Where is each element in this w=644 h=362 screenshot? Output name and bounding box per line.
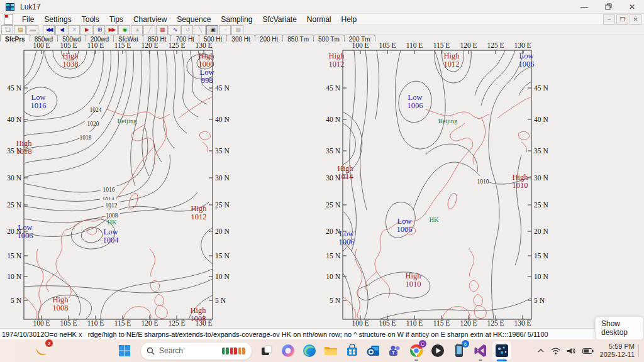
search-placeholder: Search (159, 346, 222, 355)
menu-tools[interactable]: Tools (77, 14, 104, 25)
copilot-icon[interactable] (279, 341, 297, 360)
active-window-indicator (497, 359, 507, 361)
low-label: Low998 (200, 68, 214, 85)
contour-label: 1024 (90, 107, 102, 113)
store-icon[interactable] (343, 341, 362, 360)
menu-sfcvariate[interactable]: SfcVariate (257, 14, 301, 25)
svg-text:105 E: 105 E (379, 319, 396, 327)
menu-sampling[interactable]: Sampling (216, 14, 257, 25)
svg-text:120 E: 120 E (141, 41, 158, 49)
prev-chart-button[interactable]: ◀ (55, 25, 67, 35)
battery-icon[interactable] (582, 348, 594, 354)
curve-button[interactable]: ∿ (169, 25, 180, 35)
draw-button[interactable]: ╱ (143, 25, 155, 35)
svg-text:15 N: 15 N (326, 252, 340, 260)
stop-button[interactable]: ✕ (68, 25, 80, 35)
svg-text:105 E: 105 E (60, 319, 77, 327)
svg-text:35 N: 35 N (215, 147, 230, 155)
running-indicator (479, 359, 482, 361)
minimize-button[interactable]: — (572, 0, 596, 13)
svg-text:45 N: 45 N (326, 84, 340, 92)
svg-text:130 E: 130 E (514, 41, 531, 49)
svg-text:100 E: 100 E (33, 41, 50, 49)
visual-studio-icon[interactable] (471, 341, 490, 360)
svg-text:100 E: 100 E (352, 319, 369, 327)
show-desktop-tooltip: Show desktop (595, 316, 644, 340)
wifi-icon[interactable] (551, 347, 560, 355)
svg-text:15 N: 15 N (7, 252, 21, 260)
play-button[interactable]: ▶ (80, 25, 92, 35)
svg-text:5 N: 5 N (534, 297, 545, 304)
high-label: High1010 (406, 272, 422, 288)
show-desktop-button[interactable] (638, 344, 639, 357)
app-icon (5, 2, 15, 12)
contour-label: 1008 (106, 212, 118, 219)
menu-chartview[interactable]: Chartview (128, 14, 172, 25)
restore-button[interactable] (596, 0, 620, 13)
phone-link-icon[interactable]: 6 (450, 341, 469, 360)
document-icon[interactable] (4, 14, 13, 25)
mdi-restore-button[interactable]: ❒ (616, 14, 628, 25)
search-icon (147, 347, 155, 355)
screen: Luk17 — ✕ FileSettingsToolsTipsChartview… (0, 0, 644, 362)
map-border (343, 50, 531, 319)
refresh-button[interactable]: ↺ (181, 25, 193, 35)
window-button[interactable]: ▣ (206, 25, 218, 35)
svg-text:110 E: 110 E (87, 41, 104, 49)
svg-text:100 E: 100 E (33, 319, 50, 327)
mdi-close-button[interactable]: ✕ (630, 14, 641, 25)
svg-text:45 N: 45 N (7, 84, 21, 92)
file-explorer-icon[interactable] (321, 341, 340, 360)
svg-text:15 N: 15 N (215, 252, 230, 260)
mdi-minimize-button[interactable]: – (603, 14, 615, 25)
svg-text:25 N: 25 N (7, 201, 21, 209)
svg-text:125 E: 125 E (168, 319, 185, 327)
title-bar: Luk17 — ✕ (0, 0, 644, 14)
high-label: High1038 (63, 52, 79, 69)
tray-chevron-icon[interactable] (537, 347, 545, 354)
menu-settings[interactable]: Settings (39, 14, 76, 25)
chrome-icon[interactable]: C (407, 341, 426, 360)
contour-label: 1018 (80, 134, 92, 141)
svg-text:40 N: 40 N (215, 116, 230, 123)
menu-help[interactable]: Help (336, 14, 362, 25)
menu-tips[interactable]: Tips (104, 14, 128, 25)
menu-file[interactable]: File (17, 14, 39, 25)
menu-sequence[interactable]: Sequence (172, 14, 216, 25)
luk17-active-icon[interactable] (492, 341, 511, 360)
speaker-icon[interactable] (567, 347, 576, 355)
outlook-icon[interactable] (364, 341, 383, 360)
last-chart-button[interactable]: ▶▶ (106, 25, 118, 35)
globe-button[interactable]: ◉ (118, 25, 130, 35)
start-icon[interactable] (115, 341, 134, 360)
svg-text:105 E: 105 E (60, 41, 77, 49)
surface-pressure-map-left[interactable]: 100 E100 E105 E105 E110 E110 E115 E115 E… (0, 41, 238, 328)
svg-text:30 N: 30 N (7, 174, 21, 182)
frame-button[interactable]: ⊞ (93, 25, 105, 35)
svg-text:35 N: 35 N (326, 147, 340, 155)
svg-text:25 N: 25 N (326, 201, 340, 209)
close-button[interactable]: ✕ (620, 0, 644, 13)
taskbar-clock[interactable]: 5:59 PM 2025-12-11 (600, 343, 635, 359)
search-box[interactable]: Search (140, 342, 252, 360)
first-chart-button[interactable]: ◀◀ (43, 25, 55, 35)
phone-link-badge: 6 (462, 340, 469, 348)
menu-normal[interactable]: Normal (302, 14, 336, 25)
low-label: Low1004 (103, 228, 119, 244)
teams-icon[interactable]: T (386, 341, 404, 360)
pattern-button[interactable]: ▩ (231, 25, 243, 35)
edge-icon[interactable] (300, 341, 319, 360)
menu-bar: FileSettingsToolsTipsChartviewSequenceSa… (0, 14, 644, 25)
line-button[interactable]: ╲ (194, 25, 206, 35)
notification-app-icon[interactable]: 2 (33, 342, 52, 359)
media-player-icon[interactable] (428, 341, 447, 360)
series-button[interactable]: ▦ (156, 25, 168, 35)
box-button[interactable]: ▫ (219, 25, 231, 35)
surface-pressure-map-right[interactable]: 100 E100 E105 E105 E110 E110 E115 E115 E… (319, 41, 557, 328)
svg-text:10 N: 10 N (7, 273, 21, 280)
upload-button[interactable]: ▲ (131, 25, 143, 35)
svg-text:125 E: 125 E (487, 319, 504, 327)
system-tray: 5:59 PM 2025-12-11 (537, 339, 639, 362)
svg-text:110 E: 110 E (406, 41, 423, 49)
task-view-icon[interactable] (257, 341, 276, 360)
